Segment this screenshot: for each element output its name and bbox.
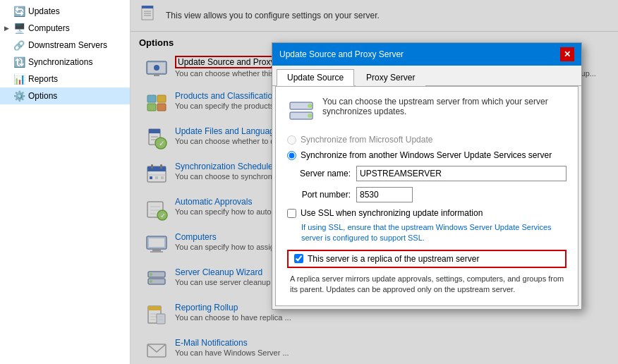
replica-description: A replica server mirrors update approval… xyxy=(290,274,566,296)
sidebar-item-synchronizations[interactable]: 🔃 Synchronizations xyxy=(0,54,130,71)
sidebar-item-label: Synchronizations xyxy=(28,57,92,67)
tab-proxy-server[interactable]: Proxy Server xyxy=(356,69,425,86)
update-source-dialog: Update Source and Proxy Server ✕ Update … xyxy=(272,42,582,310)
sidebar-item-updates[interactable]: 🔄 Updates xyxy=(0,3,130,20)
dialog-title: Update Source and Proxy Server xyxy=(279,49,404,59)
svg-point-53 xyxy=(308,114,312,118)
dialog-header-text: You can choose the upstream server from … xyxy=(322,97,566,116)
reports-icon: 📊 xyxy=(13,73,25,85)
dialog-overlay: Update Source and Proxy Server ✕ Update … xyxy=(131,0,618,364)
options-icon: ⚙️ xyxy=(13,90,25,102)
sidebar: 🔄 Updates ▶ 🖥️ Computers 🔗 Downstream Se… xyxy=(0,0,131,364)
sync-icon: 🔃 xyxy=(13,56,25,68)
sidebar-item-label: Updates xyxy=(28,6,60,16)
server-name-row: Server name: xyxy=(287,166,566,181)
computers-icon: 🖥️ xyxy=(13,22,25,35)
replica-checkbox-box: This server is a replica of the upstream… xyxy=(287,250,566,268)
ssl-note: If using SSL, ensure that the upstream W… xyxy=(301,222,566,244)
sidebar-item-options[interactable]: ⚙️ Options xyxy=(0,87,130,104)
dialog-header: You can choose the upstream server from … xyxy=(287,97,566,125)
radio-wsus-server[interactable] xyxy=(287,151,296,160)
radio-wsus-row: Synchronize from another Windows Server … xyxy=(287,150,566,160)
dialog-tabs: Update Source Proxy Server xyxy=(272,66,581,86)
dialog-content: You can choose the upstream server from … xyxy=(275,86,578,306)
sidebar-item-downstream[interactable]: 🔗 Downstream Servers xyxy=(0,37,130,54)
sidebar-item-label: Options xyxy=(28,91,57,101)
dialog-titlebar: Update Source and Proxy Server ✕ xyxy=(272,43,581,66)
sidebar-item-reports[interactable]: 📊 Reports xyxy=(0,71,130,87)
server-name-input[interactable] xyxy=(356,166,566,181)
replica-label: This server is a replica of the upstream… xyxy=(308,254,479,264)
downstream-icon: 🔗 xyxy=(13,39,25,51)
port-number-label: Port number: xyxy=(287,190,351,200)
replica-checkbox[interactable] xyxy=(294,254,303,263)
main-content: This view allows you to configure settin… xyxy=(131,0,618,364)
dialog-server-icon xyxy=(287,97,315,125)
ssl-checkbox-row: Use SSL when synchronizing update inform… xyxy=(287,208,566,218)
port-number-row: Port number: xyxy=(287,187,566,202)
radio-ms-update-row: Synchronize from Microsoft Update xyxy=(287,135,566,145)
server-name-label: Server name: xyxy=(287,169,351,178)
port-number-input[interactable] xyxy=(356,187,413,202)
sidebar-item-computers[interactable]: ▶ 🖥️ Computers xyxy=(0,20,130,37)
radio-ms-update[interactable] xyxy=(287,135,296,145)
radio-ms-update-label: Synchronize from Microsoft Update xyxy=(301,135,432,145)
updates-icon: 🔄 xyxy=(13,5,25,18)
dialog-close-button[interactable]: ✕ xyxy=(560,47,574,61)
radio-wsus-label: Synchronize from another Windows Server … xyxy=(301,150,552,160)
svg-point-51 xyxy=(308,104,312,108)
ssl-checkbox[interactable] xyxy=(287,209,296,218)
sidebar-item-label: Downstream Servers xyxy=(28,40,107,50)
tab-update-source[interactable]: Update Source xyxy=(277,69,354,86)
arrow-icon: ▶ xyxy=(4,25,13,32)
sidebar-item-label: Reports xyxy=(28,74,58,84)
sidebar-item-label: Computers xyxy=(28,23,70,33)
ssl-label: Use SSL when synchronizing update inform… xyxy=(301,208,483,218)
